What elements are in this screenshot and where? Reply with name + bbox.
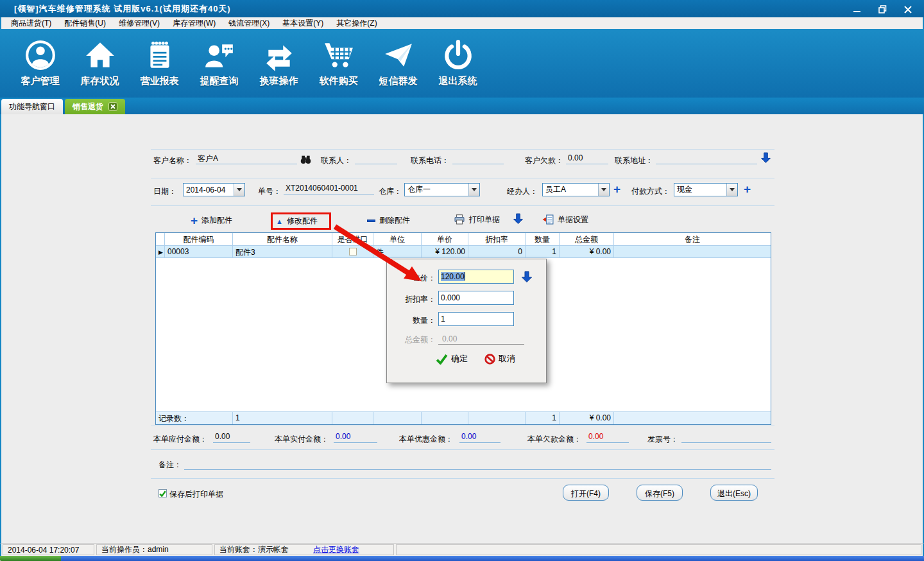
toolbar-exit-system[interactable]: 退出系统 [428,39,488,87]
operator-combobox[interactable]: 员工A [542,183,610,196]
shift-swap-icon [263,39,295,71]
menu-item-inventory-mgmt[interactable]: 库存管理(W) [167,17,221,30]
save-button[interactable]: 保存(F5) [637,485,683,501]
start-button[interactable] [0,556,61,561]
exit-button[interactable]: 退出(Esc) [710,485,758,501]
discount-rate-input[interactable]: 0.000 [438,291,514,305]
expand-down-arrow-icon[interactable] [761,151,771,164]
menu-item-parts-sales[interactable]: 配件销售(U) [58,17,112,30]
move-down-arrow-icon[interactable] [513,212,523,225]
warehouse-combobox[interactable]: 仓库一 [404,183,480,196]
invoice-no-field[interactable] [681,432,771,443]
print-order-button[interactable]: 打印单据 [454,214,500,225]
window-title: [领智]汽车维修管理系统 试用版v6.1(试用期还有40天) [14,3,231,15]
add-part-button[interactable]: +添加配件 [191,215,232,226]
menu-item-cashflow-mgmt[interactable]: 钱流管理(X) [223,17,275,30]
price-lookup-arrow-icon[interactable] [522,270,532,283]
reminder-icon [203,39,235,71]
add-operator-icon[interactable]: + [613,185,620,194]
add-payment-icon[interactable]: + [744,185,751,194]
combo-arrow-icon[interactable] [726,184,737,196]
separator [151,149,774,150]
toolbar-reminder-query[interactable]: 提醒查询 [189,39,249,87]
toolbar-business-report[interactable]: 营业报表 [130,39,189,87]
user-icon [24,39,56,71]
combo-arrow-icon[interactable] [234,184,244,196]
sale-price-input[interactable]: 120.00 [438,270,514,284]
menu-item-basic-settings[interactable]: 基本设置(Y) [277,17,329,30]
toolbar-sms-broadcast[interactable]: 短信群发 [368,39,428,87]
col-remark[interactable]: 备注 [614,233,771,245]
status-account: 当前账套：演示帐套 点击更换账套 [214,544,394,555]
open-button[interactable]: 打开(F4) [563,485,609,501]
phone-field[interactable] [452,153,504,164]
address-field[interactable] [656,153,757,164]
customer-debt-field: 0.00 [566,153,608,164]
col-quantity[interactable]: 数量 [526,233,560,245]
contact-field[interactable] [355,153,397,164]
binoculars-search-icon[interactable] [300,154,311,165]
toolbar-customer-mgmt[interactable]: 客户管理 [10,39,70,87]
discount-amount-field[interactable]: 0.00 [459,432,501,443]
debt-amount-label: 本单欠款金额： [527,434,581,445]
total-underline [438,344,524,345]
switch-account-link[interactable]: 点击更换账套 [313,544,359,555]
total-amount-label: 总金额： [387,334,436,345]
order-no-field[interactable]: XT2014060401-0001 [284,184,374,194]
date-combobox[interactable]: 2014-06-04 [183,183,245,196]
tab-function-navigation[interactable]: 功能导航窗口 [1,99,63,114]
customer-debt-label: 客户欠款： [525,155,563,166]
col-discount-rate[interactable]: 折扣率 [468,233,526,245]
quantity-input[interactable]: 1 [438,312,514,326]
power-icon [442,39,474,71]
combo-arrow-icon[interactable] [598,184,609,196]
table-row[interactable]: ▶ 00003 配件3 件 ¥ 120.00 0 1 ¥ 0.00 [156,246,771,258]
toolbar-inventory-status[interactable]: 库存状况 [70,39,130,87]
cancel-icon [484,354,495,365]
restore-icon[interactable] [878,4,887,13]
payable-label: 本单应付金额： [153,434,207,445]
quantity-label: 数量： [387,315,436,326]
combo-arrow-icon[interactable] [468,184,479,196]
menu-item-other-ops[interactable]: 其它操作(Z) [330,17,382,30]
menu-item-repair-mgmt[interactable]: 维修管理(V) [113,17,166,30]
col-part-name[interactable]: 配件名称 [233,233,332,245]
payment-combobox[interactable]: 现金 [674,183,738,196]
order-settings-button[interactable]: 单据设置 [542,214,588,225]
print-after-save-checkbox[interactable] [158,489,167,497]
record-count-label: 记录数： [156,412,233,424]
minimize-icon[interactable] [852,4,861,13]
separator [151,478,774,479]
main-toolbar: 客户管理 库存状况 营业报表 提醒查询 换班操作 软件购买 短信群发 退出系统 [0,29,924,98]
customer-name-field[interactable]: 客户A [196,153,297,164]
paid-field[interactable]: 0.00 [334,432,377,443]
toolbar-shift-change[interactable]: 换班操作 [249,39,309,87]
desktop-taskbar [0,556,924,561]
tab-sales-return[interactable]: 销售退货 [65,99,125,114]
status-datetime: 2014-06-04 17:20:07 [3,544,94,555]
order-no-label: 单号： [258,186,281,197]
table-summary-row: 记录数： 1 1 ¥ 0.00 [156,411,771,424]
record-count-value: 1 [233,412,332,424]
invoice-no-label: 发票号： [647,434,678,445]
phone-label: 联系电话： [411,155,449,166]
remark-field[interactable] [184,469,771,470]
menu-item-goods-purchase[interactable]: 商品进货(T) [5,17,57,30]
close-icon[interactable] [903,4,912,13]
payment-label: 付款方式： [631,186,670,197]
cancel-button[interactable]: 取消 [484,353,515,365]
annotation-highlight-box [271,212,331,230]
debt-amount-field: 0.00 [586,432,629,443]
plus-icon: + [191,216,198,225]
date-label: 日期： [153,186,176,197]
separator [151,426,774,426]
confirm-button[interactable]: 确定 [436,353,468,365]
tab-close-icon[interactable] [108,102,117,111]
toolbar-software-purchase[interactable]: 软件购买 [309,39,368,87]
menu-bar: 商品进货(T) 配件销售(U) 维修管理(V) 库存管理(W) 钱流管理(X) … [0,17,924,29]
status-bar: 2014-06-04 17:20:07 当前操作员：admin 当前账套：演示帐… [0,543,924,556]
discount-rate-label: 折扣率： [387,294,436,305]
sales-return-panel: 客户名称： 客户A 联系人： 联系电话： 客户欠款： 0.00 联系地址： 日期… [0,114,924,543]
col-total[interactable]: 总金额 [560,233,614,245]
col-part-code[interactable]: 配件编码 [165,233,233,245]
